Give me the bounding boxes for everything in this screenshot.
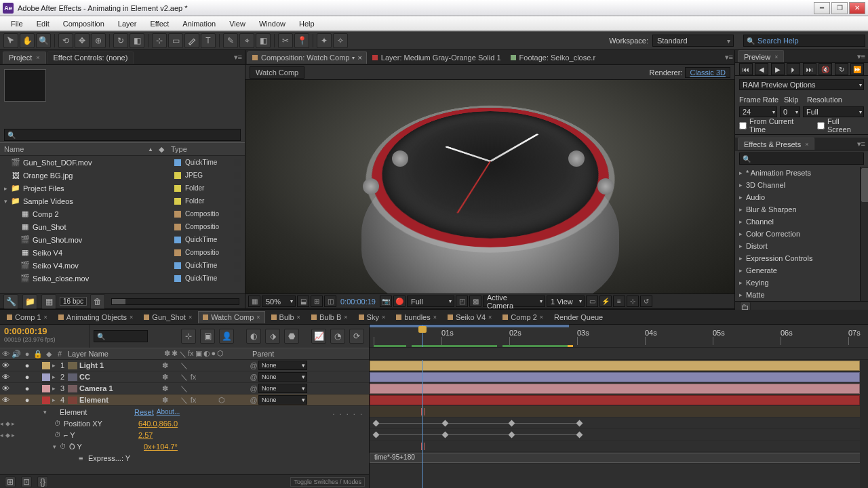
property-row[interactable]: ◂ ◆ ▸⏱⌐ Y2.57	[0, 429, 369, 441]
toggle-switches-modes[interactable]: Toggle Switches / Modes	[290, 477, 365, 487]
property-row[interactable]: ≡Express...: Y	[0, 452, 369, 464]
property-row[interactable]: ▾⏱Ö Y0x+104.7°	[0, 441, 369, 452]
effect-category[interactable]: ▸3D Channel	[735, 179, 860, 191]
world-axis-icon[interactable]: ✧	[333, 33, 348, 48]
timeline-tracks[interactable]: time*-95+180	[370, 360, 868, 488]
anchor-tool[interactable]: ⊹	[152, 33, 167, 48]
timeline-tab[interactable]: Seiko V4×	[443, 311, 496, 323]
type-tool[interactable]: T	[201, 33, 216, 48]
menu-composition[interactable]: Composition	[56, 20, 111, 28]
bpc-indicator[interactable]: 16 bpc	[60, 297, 87, 306]
clone-tool[interactable]: ⌖	[239, 33, 254, 48]
new-folder-button[interactable]: 📁	[22, 294, 37, 309]
layer-row[interactable]: 👁● ▸4 Element ✽＼fx⬡ @ None	[0, 394, 369, 406]
transparency-grid-button[interactable]: ▩	[469, 296, 481, 307]
prev-frame-button[interactable]: ◀	[755, 63, 768, 75]
brackets-button[interactable]: {}	[37, 476, 48, 487]
shy-button[interactable]: 👤	[219, 329, 234, 344]
show-channel-button[interactable]: 🔴	[393, 296, 406, 307]
comp-panel-menu[interactable]: ▾≡	[725, 53, 733, 62]
menu-edit[interactable]: Edit	[30, 20, 56, 28]
timeline-tab[interactable]: Comp 2×	[498, 311, 548, 323]
current-timecode[interactable]: 0:00:00:19	[4, 326, 85, 336]
close-button[interactable]: ✕	[849, 2, 865, 14]
timeline-button[interactable]: ≡	[613, 296, 625, 307]
preview-tab[interactable]: Preview×	[738, 50, 784, 62]
comp-breadcrumb[interactable]: Watch Comp	[250, 66, 304, 79]
draft-3d-button[interactable]: ▣	[200, 329, 215, 344]
mask-toggle-button[interactable]: ◫	[324, 296, 336, 307]
trackungrotru
track-z-tool[interactable]: ⊕	[91, 33, 106, 48]
timeline-tab[interactable]: Render Queue	[549, 311, 608, 323]
project-item[interactable]: ▦Gun_ShotCompositio	[0, 220, 245, 233]
timeline-search-input[interactable]	[94, 330, 148, 342]
effects-scrollbar[interactable]	[860, 167, 868, 301]
timeline-tab[interactable]: Watch Comp×	[198, 311, 264, 323]
auto-keyframe-button[interactable]: ◔	[330, 329, 345, 344]
project-panel-menu[interactable]: ▾≡	[234, 53, 242, 62]
comp-mini-flowchart-button[interactable]: ⊹	[181, 329, 196, 344]
rectangle-tool[interactable]: ▭	[168, 33, 183, 48]
playhead[interactable]	[422, 325, 423, 347]
selection-tool[interactable]	[3, 33, 18, 48]
toggle-switches-button[interactable]: ⊡	[21, 476, 32, 487]
comp-flowchart-button[interactable]: ⊹	[627, 296, 639, 307]
last-frame-button[interactable]: ⏭	[803, 63, 816, 75]
resolution-down-button[interactable]: ⬓	[297, 296, 309, 307]
from-current-time-checkbox[interactable]: From Current Time	[739, 117, 810, 134]
timeline-tab[interactable]: Bulb×	[267, 311, 305, 323]
timeline-tab[interactable]: Comp 1×	[2, 311, 52, 323]
expression-field[interactable]: time*-95+180	[370, 453, 864, 463]
timeline-tab[interactable]: Animating Objects×	[54, 311, 138, 323]
effect-category[interactable]: ▸Keying	[735, 277, 860, 289]
zoom-tool[interactable]: 🔍	[36, 33, 51, 48]
frame-rate-dropdown[interactable]: 24	[739, 106, 777, 117]
effect-category[interactable]: ▸Matte	[735, 289, 860, 301]
preview-panel-menu[interactable]: ▾≡	[857, 52, 865, 61]
mute-button[interactable]: 🔇	[818, 63, 832, 75]
resolution-dropdown[interactable]: Full	[407, 296, 454, 307]
pixel-aspect-button[interactable]: ▭	[586, 296, 598, 307]
project-item[interactable]: 🎬Seiko_close.movQuickTime	[0, 272, 245, 285]
project-search-input[interactable]	[4, 129, 241, 141]
frame-blend-button[interactable]: ◐	[246, 329, 261, 344]
effect-category[interactable]: ▸Audio	[735, 191, 860, 203]
preview-resolution-dropdown[interactable]: Full	[803, 106, 864, 117]
effects-search-input[interactable]	[739, 152, 864, 165]
exposure-reset-button[interactable]: ↺	[640, 296, 652, 307]
play-button[interactable]: ▶	[771, 63, 785, 75]
property-row[interactable]: ◂ ◆ ▸⏱Position XY640.0,866.0	[0, 418, 369, 429]
timeline-tab[interactable]: Gun_Shot×	[139, 311, 197, 323]
snapshot-button[interactable]: 📷	[380, 296, 392, 307]
timeline-tab[interactable]: Bulb B×	[307, 311, 353, 323]
effect-category[interactable]: ▸Generate	[735, 264, 860, 277]
layer-row[interactable]: 👁● ▸1 Light 1 ✽＼ @ None	[0, 360, 369, 371]
project-item[interactable]: 🎬Gun_Shot.movQuickTime	[0, 233, 245, 246]
live-update-button[interactable]: ⟳	[349, 329, 364, 344]
effect-category[interactable]: ▸Blur & Sharpen	[735, 203, 860, 216]
time-ruler[interactable]: 01s02s03s04s05s06s07s	[370, 325, 868, 348]
timeline-scrollbar[interactable]	[860, 360, 868, 488]
minimize-button[interactable]: ━	[814, 2, 830, 14]
menu-layer[interactable]: Layer	[111, 20, 144, 28]
workspace-dropdown[interactable]: Standard	[652, 35, 734, 47]
view-layout-dropdown[interactable]: 1 View	[547, 296, 585, 307]
project-item[interactable]: 🎬Gun_Shot_DOF.movQuickTime	[0, 156, 245, 169]
track-xy-tool[interactable]: ✥	[75, 33, 90, 48]
graph-editor-button[interactable]: 📈	[311, 329, 326, 344]
expand-button[interactable]: ⊞	[5, 476, 16, 487]
zoom-dropdown[interactable]: 50%	[262, 296, 296, 307]
next-frame-button[interactable]: ⏵	[787, 63, 800, 75]
project-item[interactable]: ▦Seiko V4Compositio	[0, 246, 245, 259]
comp-tab[interactable]: Layer: Medium Gray-Orange Solid 1	[368, 52, 505, 64]
ram-preview-options-dropdown[interactable]: RAM Preview Options	[739, 79, 864, 90]
new-comp-button[interactable]: ▦	[41, 294, 56, 309]
brainstorm-button[interactable]: ⬣	[284, 329, 299, 344]
full-screen-checkbox[interactable]: Full Screen	[817, 117, 864, 134]
effect-controls-tab[interactable]: Effect Controls: (none)	[47, 52, 134, 64]
project-item[interactable]: 🖼Orange BG.jpgJPEG	[0, 169, 245, 182]
hand-tool[interactable]: ✋	[20, 33, 35, 48]
effect-category[interactable]: ▸Color Correction	[735, 228, 860, 240]
roi-button[interactable]: ◰	[456, 296, 468, 307]
project-item[interactable]: ▾📁Sample VideosFolder	[0, 195, 245, 207]
